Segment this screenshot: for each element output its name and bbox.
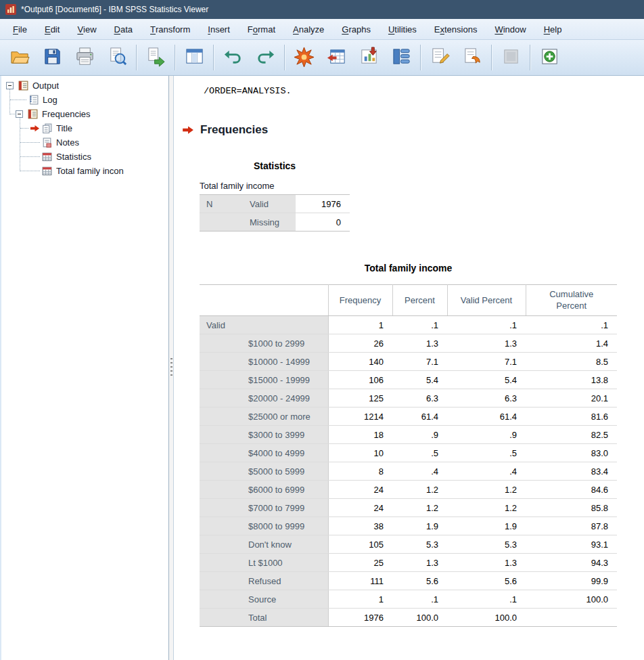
value-cell: 1.3 — [392, 334, 447, 353]
table-row: $6000 to 6999241.21.284.6 — [200, 481, 617, 499]
tree-item-label: Log — [43, 95, 58, 105]
value-cell: 1.4 — [526, 334, 617, 353]
pane-splitter[interactable] — [168, 76, 174, 660]
table-row: Source1.1.1100.0 — [200, 590, 617, 609]
insert-chart-button[interactable] — [352, 42, 385, 73]
selection-button[interactable] — [495, 42, 527, 73]
recall-dialogs-button[interactable] — [178, 42, 210, 73]
header-blank-cell — [200, 285, 328, 316]
tree-item-log[interactable]: Log — [1, 93, 168, 107]
value-cell: 5.3 — [447, 535, 526, 554]
output-tree: Output Log Frequencies Title — [1, 76, 168, 178]
category-cell: $15000 - 19999 — [242, 371, 328, 389]
value-cell: 82.5 — [526, 426, 617, 444]
spss-app-icon — [5, 4, 16, 15]
show-all-button[interactable] — [533, 42, 566, 73]
redo-button[interactable] — [249, 42, 281, 73]
menu-item-file[interactable]: File — [4, 19, 36, 39]
statistics-table: N Valid 1976 Missing 0 — [200, 194, 350, 232]
row-group-cell — [200, 408, 242, 426]
value-cell — [526, 609, 617, 627]
value-cell: 1.3 — [447, 554, 526, 572]
stat-label-cell: Valid — [243, 195, 296, 213]
menu-item-edit[interactable]: Edit — [36, 19, 68, 39]
go-to-data-button[interactable] — [288, 42, 320, 73]
menu-item-transform[interactable]: Transform — [141, 19, 199, 39]
category-cell: $4000 to 4999 — [242, 444, 328, 462]
tree-connector — [20, 118, 20, 171]
category-cell: $8000 to 9999 — [242, 517, 328, 535]
menu-item-window[interactable]: Window — [486, 19, 534, 39]
notes-icon — [41, 137, 53, 148]
undo-icon — [223, 46, 244, 69]
tree-item-title[interactable]: Title — [1, 121, 168, 135]
tree-item-notes[interactable]: Notes — [1, 135, 168, 150]
menu-item-insert[interactable]: Insert — [199, 19, 239, 39]
column-header-text: Cumulative Percent — [543, 289, 600, 311]
goto-case-button[interactable] — [320, 42, 352, 73]
table-row: $5000 to 59998.4.483.4 — [200, 462, 617, 481]
output-book-icon — [18, 80, 29, 91]
row-group-cell — [200, 499, 242, 517]
column-header: Frequency — [328, 285, 392, 316]
menu-item-graphs[interactable]: Graphs — [333, 19, 380, 39]
open-button[interactable] — [3, 42, 36, 73]
menu-item-help[interactable]: Help — [535, 19, 571, 39]
value-cell: 83.0 — [526, 444, 617, 462]
value-cell: 105 — [328, 535, 392, 554]
variables-button[interactable] — [385, 42, 417, 73]
value-cell: 24 — [328, 481, 392, 499]
tree-item-total-family-income[interactable]: Total family incon — [1, 164, 168, 178]
table-row: Don't know1055.35.393.1 — [200, 535, 617, 554]
menu-item-extensions[interactable]: Extensions — [426, 19, 486, 39]
value-cell: 7.1 — [447, 353, 526, 371]
tree-item-frequencies[interactable]: Frequencies — [1, 107, 168, 121]
run-document-button[interactable] — [456, 42, 488, 73]
value-cell: .1 — [526, 316, 617, 334]
value-cell: 1.2 — [447, 499, 526, 517]
collapse-toggle-icon[interactable] — [6, 82, 14, 89]
collapse-toggle-icon[interactable] — [16, 110, 23, 118]
tree-item-label: Output — [32, 81, 59, 91]
row-group-cell — [200, 609, 242, 627]
menu-item-view[interactable]: View — [68, 19, 105, 39]
frequencies-heading[interactable]: Frequencies — [182, 123, 644, 137]
undo-button[interactable] — [216, 42, 249, 73]
category-cell: $6000 to 6999 — [242, 481, 328, 499]
row-group-cell — [200, 353, 242, 371]
print-button[interactable] — [68, 42, 101, 73]
tree-connector — [10, 114, 15, 114]
value-cell: 5.4 — [392, 371, 447, 389]
row-group-cell — [200, 462, 242, 481]
value-cell: 1.3 — [392, 554, 447, 572]
category-cell: $10000 - 14999 — [242, 353, 328, 371]
table-row: $4000 to 499910.5.583.0 — [200, 444, 617, 462]
menu-item-utilities[interactable]: Utilities — [380, 19, 426, 39]
menu-item-data[interactable]: Data — [106, 19, 141, 39]
tree-connector — [20, 156, 40, 157]
category-cell: $20000 - 24999 — [242, 389, 328, 408]
statistics-output[interactable]: Statistics Total family income N Valid 1… — [200, 160, 350, 232]
edit-document-button[interactable] — [423, 42, 456, 73]
tree-item-output[interactable]: Output — [1, 79, 168, 93]
frequency-table-output[interactable]: Total family income Frequency Percent Va… — [200, 263, 617, 627]
export-button[interactable] — [139, 42, 172, 73]
category-cell: Don't know — [242, 535, 328, 554]
category-cell: $3000 to 3999 — [242, 426, 328, 444]
menu-item-analyze[interactable]: Analyze — [284, 19, 333, 39]
menu-item-format[interactable]: Format — [239, 19, 284, 39]
value-cell: 125 — [328, 389, 392, 408]
table-row: $3000 to 399918.9.982.5 — [200, 426, 617, 444]
frequency-table-title: Total family income — [200, 263, 617, 273]
save-button[interactable] — [36, 42, 68, 73]
stat-value-cell: 1976 — [296, 195, 350, 213]
tree-item-statistics[interactable]: Statistics — [1, 150, 168, 164]
print-preview-button[interactable] — [101, 42, 133, 73]
goto-case-icon — [326, 46, 347, 69]
category-cell: Refused — [242, 572, 328, 590]
stat-stub-cell — [200, 213, 243, 232]
toolbar-separator — [491, 45, 492, 70]
value-cell: 5.3 — [392, 535, 447, 554]
title-bar[interactable]: *Output6 [Document6] - IBM SPSS Statisti… — [0, 0, 644, 19]
table-row: Refused1115.65.699.9 — [200, 572, 617, 590]
